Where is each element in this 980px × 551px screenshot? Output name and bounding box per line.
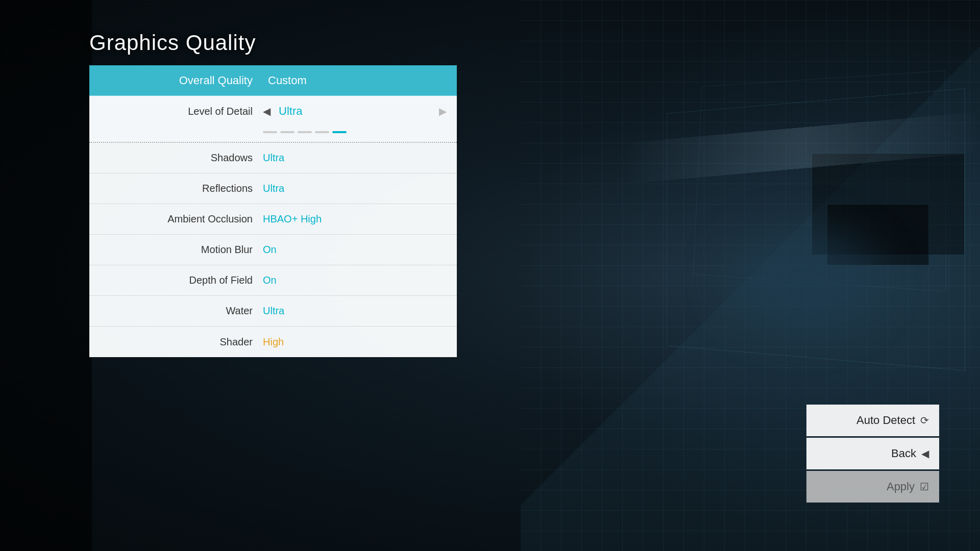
auto-detect-label: Auto Detect <box>856 414 915 427</box>
settings-panel: Overall Quality Custom Level of Detail ◀… <box>89 65 457 357</box>
lod-arrow-right[interactable]: ▶ <box>439 105 447 117</box>
shadows-label: Shadows <box>89 152 263 164</box>
main-content: Graphics Quality Overall Quality Custom … <box>89 31 457 357</box>
back-icon: ◀ <box>921 447 929 460</box>
action-buttons: Auto Detect ⟳ Back ◀ Apply ☑ <box>806 405 939 503</box>
motion-blur-label: Motion Blur <box>89 244 263 256</box>
slider-dot-2 <box>280 131 295 133</box>
slider-dot-4 <box>315 131 329 133</box>
overall-quality-row[interactable]: Overall Quality Custom <box>89 65 457 96</box>
auto-detect-icon: ⟳ <box>920 414 929 427</box>
overall-quality-value: Custom <box>263 74 447 87</box>
level-of-detail-label: Level of Detail <box>89 106 263 117</box>
slider-dot-3 <box>298 131 312 133</box>
level-of-detail-value: Ultra <box>279 105 302 118</box>
level-of-detail-row[interactable]: Level of Detail ◀ Ultra ▶ <box>89 96 457 143</box>
water-value: Ultra <box>263 305 447 317</box>
apply-icon: ☑ <box>920 481 929 493</box>
apply-label: Apply <box>887 480 915 493</box>
back-button[interactable]: Back ◀ <box>806 438 939 469</box>
slider-dot-1 <box>263 131 277 133</box>
ambient-occlusion-row[interactable]: Ambient Occlusion HBAO+ High <box>89 204 457 235</box>
reflections-label: Reflections <box>89 183 263 194</box>
motion-blur-value: On <box>263 244 447 256</box>
shadows-value: Ultra <box>263 152 447 164</box>
lod-slider <box>263 131 347 133</box>
overall-quality-label: Overall Quality <box>89 74 263 87</box>
shader-row[interactable]: Shader High <box>89 327 457 357</box>
depth-of-field-value: On <box>263 274 447 286</box>
reflections-value: Ultra <box>263 183 447 194</box>
shader-value: High <box>263 336 447 348</box>
depth-of-field-row[interactable]: Depth of Field On <box>89 265 457 296</box>
water-row[interactable]: Water Ultra <box>89 296 457 327</box>
ambient-occlusion-label: Ambient Occlusion <box>89 213 263 225</box>
shader-label: Shader <box>89 336 263 348</box>
apply-button[interactable]: Apply ☑ <box>806 471 939 503</box>
depth-of-field-label: Depth of Field <box>89 274 263 286</box>
water-label: Water <box>89 305 263 317</box>
auto-detect-button[interactable]: Auto Detect ⟳ <box>806 405 939 436</box>
page-title: Graphics Quality <box>89 31 457 55</box>
back-label: Back <box>891 447 916 460</box>
ambient-occlusion-value: HBAO+ High <box>263 213 447 225</box>
lod-arrow-left[interactable]: ◀ <box>263 105 271 117</box>
slider-dot-5 <box>332 131 347 133</box>
reflections-row[interactable]: Reflections Ultra <box>89 173 457 204</box>
bg-left-dark <box>0 0 92 551</box>
motion-blur-row[interactable]: Motion Blur On <box>89 235 457 265</box>
shadows-row[interactable]: Shadows Ultra <box>89 143 457 173</box>
